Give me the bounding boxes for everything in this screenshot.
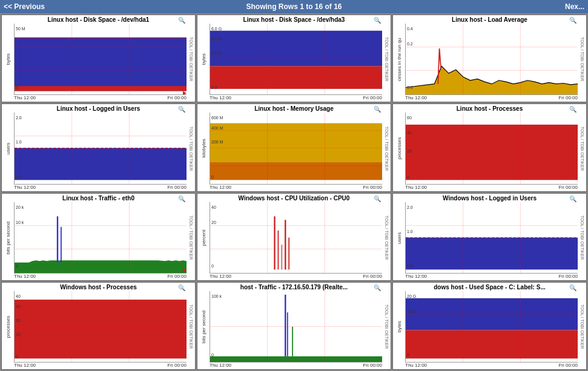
svg-rect-1 [15, 86, 187, 91]
y-label-disk-hda1: bytes [2, 24, 14, 95]
search-icon-load-avg[interactable] [569, 16, 576, 24]
chart-linux-processes: 60 40 20 0 [405, 113, 578, 184]
cell-title-linux-processes: Linux host - Processes [393, 104, 586, 113]
cell-title-traffic-172: host - Traffic - 172.16.50.179 (Realte..… [197, 283, 391, 291]
next-button[interactable]: Nex... [565, 2, 584, 11]
x-axis-traffic-172: Thu 12:00Fri 00:00 [197, 363, 391, 369]
svg-marker-75 [210, 356, 382, 362]
svg-rect-68 [15, 300, 187, 358]
y-label-win-logged-users: users [393, 202, 405, 274]
chart-disk-hda3: 6.0 G 4.0 G 2.0 G 0.0 [210, 24, 382, 95]
chart-win-logged-users: 2.0 1.0 0.0 [405, 202, 578, 274]
cell-used-space: dows host - Used Space - C: Label: S... … [392, 282, 587, 370]
cell-linux-processes: Linux host - Processes processes 60 40 2… [392, 103, 587, 191]
cell-win-processes: Windows host - Processes processes 40 30 [1, 282, 196, 370]
chart-grid: Linux host - Disk Space - /dev/hda1 byte… [0, 13, 588, 371]
cell-cpu-util: Windows host - CPU Utilization - CPU0 pe… [197, 193, 391, 281]
svg-rect-84 [406, 330, 578, 358]
right-label-linux-processes: TOOL / TOBI OETIKER [578, 113, 586, 184]
cell-title-win-logged-users: Windows host - Logged in Users [393, 194, 586, 202]
cell-title-logged-users: Linux host - Logged in Users [2, 104, 195, 113]
right-label-win-processes: TOOL / TOBI OETIKER [187, 291, 195, 363]
x-axis-disk-hda3: Thu 12:00Fri 00:00 [197, 95, 391, 102]
chart-used-space: 20 G 10 G 0 [405, 291, 578, 363]
svg-rect-10 [210, 66, 382, 89]
cell-win-logged-users: Windows host - Logged in Users users 2.0… [392, 193, 587, 281]
chart-logged-users: 2.0 1.0 0.0 [14, 113, 187, 184]
svg-rect-0 [15, 38, 187, 91]
right-label-win-logged-users: TOOL / TOBI OETIKER [578, 202, 586, 274]
svg-marker-43 [15, 260, 187, 273]
search-icon-linux-processes[interactable] [569, 105, 576, 113]
search-icon-win-logged-users[interactable] [569, 195, 576, 202]
x-axis-traffic-eth0: Thu 12:00Fri 00:00 [2, 274, 195, 280]
svg-marker-7 [183, 91, 187, 94]
y-label-linux-processes: processes [393, 113, 405, 184]
prev-button[interactable]: << Previous [4, 2, 45, 11]
x-axis-linux-processes: Thu 12:00Fri 00:00 [393, 185, 586, 191]
y-label-disk-hda3: bytes [197, 24, 210, 95]
right-label-cpu-util: TOOL / TOBI OETIKER [382, 202, 391, 274]
y-label-traffic-172: bits per second [197, 291, 210, 363]
cell-logged-users: Linux host - Logged in Users users 2.0 1… [1, 103, 196, 191]
x-axis-win-logged-users: Thu 12:00Fri 00:00 [393, 274, 586, 280]
search-icon-cpu-util[interactable] [374, 195, 381, 202]
cell-title-cpu-util: Windows host - CPU Utilization - CPU0 [197, 194, 391, 202]
page-info: Showing Rows 1 to 16 of 16 [246, 2, 342, 11]
y-label-used-space: bytes [393, 291, 405, 363]
y-label-memory-usage: kilobytes [197, 113, 210, 184]
right-label-logged-users: TOOL / TOBI OETIKER [187, 113, 195, 184]
right-label-disk-hda3: TOOL / TOBI OETIKER [382, 24, 391, 95]
search-icon-traffic-172[interactable] [374, 284, 381, 291]
x-axis-cpu-util: Thu 12:00Fri 00:00 [197, 274, 391, 280]
right-label-traffic-eth0: TOOL / TOBI OETIKER [187, 202, 195, 274]
cell-memory-usage: Linux host - Memory Usage kilobytes [197, 103, 391, 191]
svg-rect-23 [15, 148, 187, 180]
search-icon-used-space[interactable] [569, 284, 576, 291]
svg-rect-83 [406, 298, 578, 330]
cell-disk-hda3: Linux host - Disk Space - /dev/hda3 byte… [197, 15, 391, 102]
svg-rect-51 [210, 202, 382, 273]
chart-memory-usage: 600 M 400 M 200 M 0 [210, 113, 382, 184]
y-label-cpu-util: percent [197, 202, 210, 274]
cell-title-disk-hda3: Linux host - Disk Space - /dev/hda3 [197, 15, 391, 24]
y-label-traffic-eth0: bits per second [2, 202, 14, 274]
cell-title-used-space: dows host - Used Space - C: Label: S... [393, 283, 586, 291]
search-icon-disk-hda3[interactable] [374, 16, 381, 24]
search-icon-disk-hda1[interactable] [178, 16, 185, 24]
chart-disk-hda1: 50 M 0 [14, 24, 187, 95]
cell-title-memory-usage: Linux host - Memory Usage [197, 104, 391, 113]
right-label-traffic-172: TOOL / TOBI OETIKER [382, 291, 391, 363]
search-icon-memory-usage[interactable] [374, 105, 381, 113]
y-label-win-processes: processes [2, 291, 14, 363]
svg-rect-62 [406, 237, 578, 269]
right-label-memory-usage: TOOL / TOBI OETIKER [382, 113, 391, 184]
search-icon-win-processes[interactable] [178, 284, 185, 291]
cell-title-win-processes: Windows host - Processes [2, 283, 195, 291]
svg-rect-30 [210, 162, 382, 180]
x-axis-logged-users: Thu 12:00Fri 00:00 [2, 185, 195, 191]
cell-load-avg: Linux host - Load Average cesses in the … [392, 15, 587, 102]
cell-title-load-avg: Linux host - Load Average [393, 15, 586, 24]
chart-traffic-172: 100 k 0 [210, 291, 382, 363]
search-icon-logged-users[interactable] [178, 105, 185, 113]
chart-traffic-eth0: 20 k 10 k 0 [14, 202, 187, 274]
svg-rect-9 [210, 31, 382, 67]
x-axis-used-space: Thu 12:00Fri 00:00 [393, 363, 586, 369]
cell-traffic-172: host - Traffic - 172.16.50.179 (Realte..… [197, 282, 391, 370]
y-label-logged-users: users [2, 113, 14, 184]
right-label-used-space: TOOL / TOBI OETIKER [578, 291, 586, 363]
svg-rect-37 [406, 125, 578, 180]
x-axis-load-avg: Thu 12:00Fri 00:00 [393, 95, 586, 102]
chart-cpu-util: 40 20 0 [210, 202, 382, 274]
x-axis-disk-hda1: Thu 12:00Fri 00:00 [2, 95, 195, 102]
chart-load-avg: 0.4 0.2 0.0 [405, 24, 578, 95]
chart-win-processes: 40 30 20 10 0 [14, 291, 187, 363]
cell-title-traffic-eth0: Linux host - Traffic - eth0 [2, 194, 195, 202]
top-bar: << Previous Showing Rows 1 to 16 of 16 N… [0, 0, 588, 13]
x-axis-win-processes: Thu 12:00Fri 00:00 [2, 363, 195, 369]
cell-disk-hda1: Linux host - Disk Space - /dev/hda1 byte… [1, 15, 196, 102]
search-icon-traffic-eth0[interactable] [178, 195, 185, 202]
y-label-load-avg: cesses in the run qu [393, 24, 405, 95]
svg-rect-29 [210, 123, 382, 162]
